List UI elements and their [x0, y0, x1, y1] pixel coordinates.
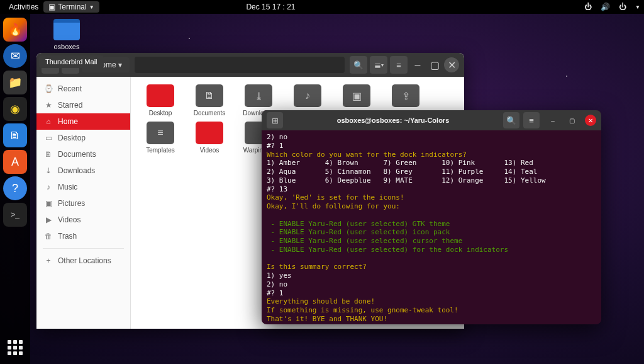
app-menu-label: Terminal: [58, 3, 86, 11]
folder-videos[interactable]: Videos: [187, 122, 231, 154]
clock[interactable]: Dec 15 17 : 21: [241, 1, 300, 13]
location-input[interactable]: [135, 57, 345, 73]
sidebar-item-documents[interactable]: 🗎Documents: [36, 146, 130, 162]
view-list-button[interactable]: ≣ ▾: [370, 56, 387, 74]
close-button[interactable]: ✕: [444, 57, 459, 72]
files-sidebar: ⌚Recent★Starred⌂Home▭Desktop🗎Documents⤓D…: [36, 77, 131, 329]
sidebar-item-recent[interactable]: ⌚Recent: [36, 81, 130, 97]
dock-files[interactable]: 📁: [3, 71, 27, 94]
dock-thunderbird[interactable]: ✉: [3, 44, 27, 68]
terminal-mini-icon: ▣: [48, 3, 55, 11]
folder-icon: [53, 19, 80, 40]
terminal-title: osboxes@osboxes: ~/Yaru-Colors: [287, 117, 499, 124]
sidebar-item-trash[interactable]: 🗑Trash: [36, 228, 130, 244]
folder-templates[interactable]: ≡Templates: [138, 122, 182, 154]
desktop-folder-osboxes[interactable]: osboxes: [48, 19, 86, 50]
sidebar-item-videos[interactable]: ▶Videos: [36, 212, 130, 228]
minimize-button[interactable]: –: [547, 115, 558, 126]
chevron-down-icon: ▼: [89, 4, 94, 10]
terminal-window: ⊞ osboxes@osboxes: ~/Yaru-Colors 🔍 ≡ – ▢…: [262, 110, 601, 324]
sidebar-other-locations[interactable]: +Other Locations: [36, 253, 130, 269]
dock-writer[interactable]: 🗎: [3, 123, 27, 147]
dock: 🔥 ✉ 📁 ◉ 🗎 A ? >_: [0, 14, 30, 364]
terminal-search-button[interactable]: 🔍: [503, 112, 519, 128]
dock-help[interactable]: ?: [3, 176, 27, 200]
dock-software[interactable]: A: [3, 150, 27, 174]
close-button[interactable]: ✕: [585, 115, 596, 126]
chevron-down-icon: ▼: [635, 4, 640, 10]
top-bar: Activities ▣ Terminal ▼ Dec 15 17 : 21 ⏻…: [0, 0, 644, 14]
sidebar-item-desktop[interactable]: ▭Desktop: [36, 130, 130, 146]
power-icon[interactable]: ⏻: [619, 3, 626, 11]
sidebar-item-downloads[interactable]: ⤓Downloads: [36, 162, 130, 179]
dock-show-apps[interactable]: [3, 335, 28, 360]
minimize-button[interactable]: –: [410, 57, 425, 72]
sidebar-item-starred[interactable]: ★Starred: [36, 97, 130, 113]
dock-terminal[interactable]: >_: [3, 203, 27, 227]
terminal-body[interactable]: 2) no #? 1 Which color do you want for t…: [262, 130, 601, 324]
terminal-menu-button[interactable]: ≡: [523, 112, 540, 128]
dock-firefox[interactable]: 🔥: [3, 18, 27, 42]
maximize-button[interactable]: ▢: [427, 57, 442, 72]
dock-tooltip: Thunderbird Mail: [39, 55, 104, 68]
sidebar-item-pictures[interactable]: ▣Pictures: [36, 195, 130, 212]
desktop-folder-label: osboxes: [48, 43, 86, 50]
sidebar-item-home[interactable]: ⌂Home: [36, 113, 130, 130]
hamburger-button[interactable]: ≡: [390, 56, 408, 74]
terminal-header[interactable]: ⊞ osboxes@osboxes: ~/Yaru-Colors 🔍 ≡ – ▢…: [262, 110, 601, 130]
activities-button[interactable]: Activities: [4, 1, 43, 13]
folder-desktop[interactable]: Desktop: [138, 84, 182, 117]
volume-icon[interactable]: 🔊: [601, 3, 610, 11]
maximize-button[interactable]: ▢: [566, 115, 577, 126]
network-icon[interactable]: ⏻: [584, 3, 592, 11]
folder-documents[interactable]: 🗎Documents: [187, 84, 231, 117]
new-tab-button[interactable]: ⊞: [267, 112, 283, 128]
dock-rhythmbox[interactable]: ◉: [3, 97, 27, 121]
sidebar-item-music[interactable]: ♪Music: [36, 179, 130, 195]
search-button[interactable]: 🔍: [350, 56, 367, 74]
app-menu[interactable]: ▣ Terminal ▼: [43, 1, 99, 13]
